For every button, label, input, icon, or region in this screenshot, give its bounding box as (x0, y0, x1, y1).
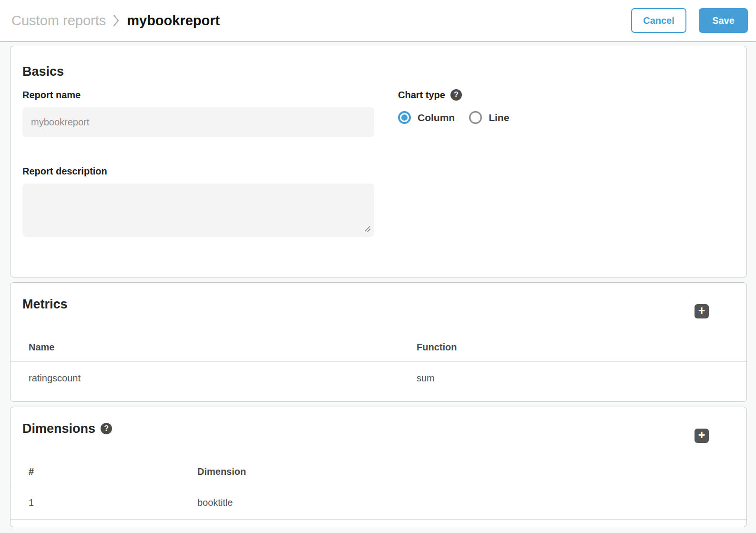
chevron-right-icon (113, 14, 120, 27)
dimensions-table-header: # Dimension (10, 458, 746, 486)
dimension-index-cell: 1 (29, 497, 197, 508)
report-description-textarea[interactable] (22, 184, 374, 237)
resize-grip-icon[interactable] (364, 225, 371, 234)
metrics-col-name: Name (29, 342, 417, 353)
radio-line[interactable]: Line (469, 111, 509, 124)
report-name-input[interactable] (22, 107, 374, 137)
metrics-col-function: Function (417, 342, 457, 353)
chart-type-radio-group: Column Line (398, 111, 523, 124)
dimensions-col-dimension: Dimension (197, 466, 246, 477)
save-button[interactable]: Save (699, 8, 748, 33)
basics-title: Basics (22, 63, 735, 80)
breadcrumb: Custom reports mybookreport (11, 13, 631, 29)
basics-card: Basics Report name Report description (10, 46, 747, 277)
radio-column[interactable]: Column (398, 111, 455, 124)
chart-type-label-row: Chart type ? (398, 89, 523, 101)
breadcrumb-current: mybookreport (127, 13, 220, 29)
dimensions-table: # Dimension 1 booktitle (10, 458, 746, 520)
report-name-label: Report name (22, 89, 374, 101)
cancel-button[interactable]: Cancel (631, 8, 686, 33)
radio-line-label: Line (489, 112, 509, 123)
chart-type-label: Chart type (398, 89, 445, 101)
metrics-card: Metrics + Name Function ratingscount sum (10, 282, 747, 402)
table-row[interactable]: ratingscount sum (10, 362, 746, 395)
dimensions-card: Dimensions ? + # Dimension 1 booktitle (10, 407, 747, 527)
report-editor: Basics Report name Report description (0, 42, 756, 527)
radio-unselected-icon (469, 111, 482, 124)
add-dimension-button[interactable]: + (695, 429, 709, 443)
metric-function-cell: sum (417, 373, 435, 384)
breadcrumb-parent-link[interactable]: Custom reports (11, 13, 106, 29)
top-bar: Custom reports mybookreport Cancel Save (0, 0, 756, 42)
dimension-name-cell: booktitle (197, 497, 233, 508)
dimensions-col-index: # (29, 466, 197, 477)
chart-type-help-icon[interactable]: ? (450, 89, 462, 101)
metric-name-cell: ratingscount (29, 373, 417, 384)
add-metric-button[interactable]: + (695, 304, 709, 318)
table-row[interactable]: 1 booktitle (10, 486, 746, 520)
radio-selected-icon (398, 111, 411, 124)
dimensions-title-row: Dimensions ? (22, 420, 112, 437)
metrics-table-header: Name Function (10, 333, 746, 362)
radio-column-label: Column (418, 112, 455, 123)
dimensions-help-icon[interactable]: ? (101, 423, 112, 434)
metrics-title: Metrics (22, 296, 68, 312)
dimensions-title: Dimensions (22, 420, 95, 437)
report-description-label: Report description (22, 165, 374, 177)
metrics-table: Name Function ratingscount sum (10, 333, 746, 395)
